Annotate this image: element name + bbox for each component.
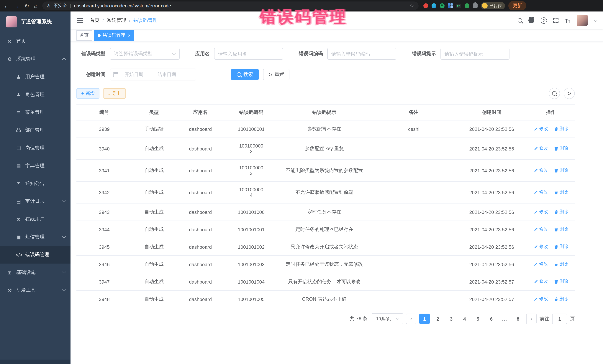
fullscreen-icon[interactable] — [553, 18, 558, 23]
page-button-6[interactable]: 6 — [486, 314, 497, 324]
hamburger-menu-button[interactable] — [77, 20, 83, 21]
edit-link[interactable]: 修改 — [533, 209, 548, 215]
more-pages-button[interactable]: ... — [499, 314, 510, 324]
delete-link[interactable]: 删除 — [554, 296, 568, 302]
sidebar-item-dict[interactable]: ▤字典管理 — [0, 157, 70, 175]
sidebar-item-online-user[interactable]: ⊛在线用户 — [0, 210, 70, 228]
sidebar-item-notice[interactable]: ✉通知公告 — [0, 175, 70, 192]
sidebar-item-infra[interactable]: ⊞基础设施 — [0, 264, 70, 281]
breadcrumb-item[interactable]: 系统管理 — [107, 17, 126, 24]
edit-link[interactable]: 修改 — [533, 278, 548, 285]
home-icon[interactable]: ⌂ — [34, 3, 37, 9]
date-range-picker[interactable]: - — [110, 69, 196, 80]
security-label[interactable]: 不安全 — [54, 3, 67, 9]
edit-link[interactable]: 修改 — [533, 126, 548, 132]
tab-home[interactable]: 首页 — [76, 30, 92, 41]
goto-page-input[interactable] — [552, 314, 567, 324]
page-button-2[interactable]: 2 — [433, 314, 443, 324]
add-button[interactable]: + 新增 — [76, 88, 99, 99]
search-button[interactable]: 搜索 — [231, 69, 259, 80]
refresh-table-button[interactable]: ↻ — [564, 88, 575, 99]
help-icon[interactable] — [541, 17, 547, 23]
sidebar-item-system[interactable]: ⚙系统管理 — [0, 50, 70, 68]
grid-extension-icon[interactable] — [448, 3, 452, 8]
edit-link[interactable]: 修改 — [533, 244, 548, 250]
main-area: 首页/系统管理/错误码管理 TT 首页错误码管理× 错误码类型 — [70, 11, 603, 364]
v-extension-icon[interactable]: V — [440, 3, 444, 8]
cell-code: 1001000001 — [225, 120, 278, 138]
edit-link[interactable]: 修改 — [533, 145, 548, 152]
cell-code: 1001001000 — [225, 203, 278, 221]
sidebar-item-label: 审计日志 — [25, 198, 59, 205]
delete-link[interactable]: 删除 — [554, 145, 568, 152]
bookmark-star-icon[interactable]: ☆ — [410, 3, 414, 9]
sidebar-item-home[interactable]: ⊙首页 — [0, 32, 70, 50]
error-hint-input[interactable] — [441, 48, 510, 60]
forward-icon[interactable]: → — [14, 3, 20, 9]
sidebar-item-post[interactable]: ❏岗位管理 — [0, 139, 70, 157]
delete-link[interactable]: 删除 — [554, 261, 568, 267]
prev-page-button[interactable]: ‹ — [406, 314, 416, 324]
delete-link[interactable]: 删除 — [554, 167, 568, 174]
edit-link[interactable]: 修改 — [533, 226, 548, 232]
close-icon[interactable]: × — [128, 33, 131, 38]
font-size-icon[interactable]: TT — [565, 18, 570, 23]
export-button[interactable]: ↓ 导出 — [103, 88, 126, 99]
breadcrumb-item[interactable]: 首页 — [90, 17, 99, 24]
sidebar-item-user[interactable]: ♟用户管理 — [0, 68, 70, 86]
app-name-input[interactable] — [214, 48, 283, 60]
browser-profile-chip[interactable]: 已暂停 — [481, 2, 505, 9]
search-icon[interactable] — [517, 18, 522, 22]
sidebar-item-audit-log[interactable]: ▤审计日志 — [0, 192, 70, 210]
start-date-input[interactable] — [120, 72, 148, 77]
delete-link[interactable]: 删除 — [554, 226, 568, 232]
cell-time: 2021-04-20 23:52:56 — [456, 181, 527, 203]
github-icon[interactable] — [528, 17, 534, 23]
edit-link[interactable]: 修改 — [533, 167, 548, 174]
sidebar-item-role[interactable]: ♟角色管理 — [0, 86, 70, 103]
puzzle-extension-icon[interactable] — [473, 3, 477, 8]
chevron-down-icon[interactable] — [593, 18, 598, 22]
edit-link[interactable]: 修改 — [533, 296, 548, 302]
sidebar-item-devtools[interactable]: ⚒研发工具 — [0, 281, 70, 299]
on-badge-extension-icon[interactable]: on — [456, 4, 461, 8]
edit-link[interactable]: 修改 — [533, 261, 548, 267]
sidebar-item-menu[interactable]: ≣菜单管理 — [0, 103, 70, 121]
red-circle-extension-icon[interactable] — [423, 3, 428, 8]
edit-link[interactable]: 修改 — [533, 189, 548, 196]
delete-label: 删除 — [559, 189, 568, 196]
teal-circle-extension-icon[interactable] — [431, 3, 436, 8]
app-logo[interactable]: 芋道管理系统 — [0, 11, 70, 32]
leaf-extension-icon[interactable] — [464, 3, 469, 8]
error-type-select[interactable]: 请选择错误码类型 — [110, 48, 180, 60]
page-button-8[interactable]: 8 — [513, 314, 523, 324]
browser-update-button[interactable]: 更新 — [508, 1, 526, 10]
tab-error-code[interactable]: 错误码管理× — [94, 30, 134, 41]
sidebar-item-error-code[interactable]: </>错误码管理 — [0, 246, 70, 264]
next-page-button[interactable]: › — [526, 314, 537, 324]
delete-link[interactable]: 删除 — [554, 189, 568, 196]
sidebar-item-dept[interactable]: 品部门管理 — [0, 121, 70, 139]
url-text[interactable]: dashboard.yudao.iocoder.cn/system/error-… — [74, 3, 407, 8]
page-size-select[interactable]: 10条/页 — [372, 313, 403, 324]
reset-button[interactable]: ↻ 重置 — [263, 69, 290, 80]
toggle-search-button[interactable] — [549, 88, 560, 99]
delete-link[interactable]: 删除 — [554, 244, 568, 250]
delete-link[interactable]: 删除 — [554, 278, 568, 285]
end-date-input[interactable] — [153, 72, 181, 77]
sidebar-item-sms[interactable]: ▣短信管理 — [0, 228, 70, 246]
page-button-3[interactable]: 3 — [446, 314, 456, 324]
user-avatar[interactable] — [577, 15, 588, 26]
trash-icon — [554, 127, 558, 131]
reload-icon[interactable]: ↻ — [24, 3, 29, 9]
delete-label: 删除 — [559, 296, 568, 302]
page-button-4[interactable]: 4 — [459, 314, 470, 324]
delete-link[interactable]: 删除 — [554, 126, 568, 132]
table-toolbar: + 新增 ↓ 导出 ↻ — [76, 88, 575, 99]
page-button-5[interactable]: 5 — [473, 314, 483, 324]
page-button-1[interactable]: 1 — [419, 314, 430, 324]
delete-link[interactable]: 删除 — [554, 209, 568, 215]
error-code-input[interactable] — [327, 48, 396, 60]
address-bar[interactable]: ⚠ 不安全 | dashboard.yudao.iocoder.cn/syste… — [42, 1, 418, 10]
back-icon[interactable]: ← — [4, 3, 9, 9]
